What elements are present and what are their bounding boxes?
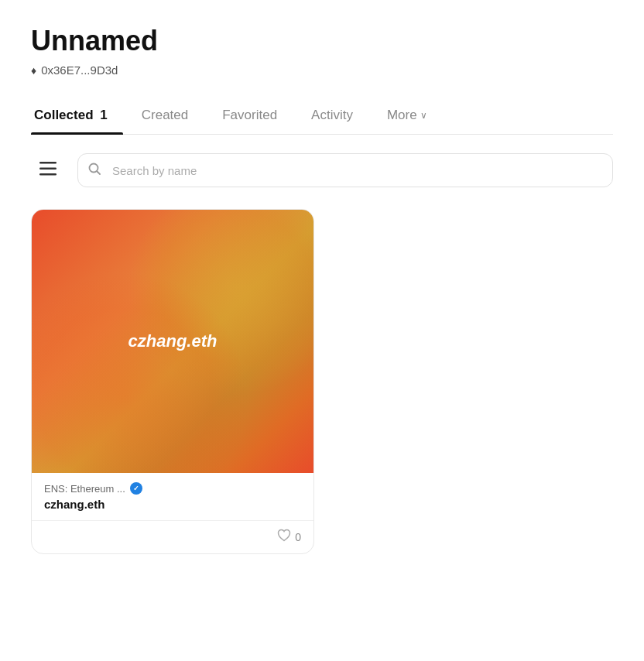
nft-token-name: czhang.eth bbox=[44, 498, 301, 511]
nft-grid: czhang.eth ENS: Ethereum ... ✓ czhang.et… bbox=[31, 209, 613, 554]
nft-gradient-bg: czhang.eth bbox=[32, 210, 313, 473]
tab-collected[interactable]: Collected 1 bbox=[31, 98, 123, 134]
tab-activity-label: Activity bbox=[311, 108, 353, 122]
tabs-container: Collected 1 Created Favorited Activity M… bbox=[31, 98, 613, 135]
svg-point-3 bbox=[90, 164, 98, 173]
tab-created[interactable]: Created bbox=[139, 98, 204, 134]
tab-collected-badge: 1 bbox=[100, 108, 107, 123]
tab-favorited-label: Favorited bbox=[222, 108, 277, 122]
nft-info: ENS: Ethereum ... ✓ czhang.eth bbox=[32, 473, 313, 511]
search-container bbox=[77, 153, 613, 187]
heart-icon bbox=[277, 529, 291, 546]
svg-line-4 bbox=[98, 172, 101, 175]
search-icon bbox=[88, 163, 101, 178]
chevron-down-icon: ∨ bbox=[420, 110, 427, 121]
svg-rect-0 bbox=[39, 162, 57, 164]
like-button[interactable]: 0 bbox=[277, 529, 301, 546]
svg-rect-2 bbox=[39, 173, 57, 176]
wallet-address-row: ♦ 0x36E7...9D3d bbox=[31, 63, 613, 77]
search-input[interactable] bbox=[77, 153, 613, 187]
tab-more[interactable]: More ∨ bbox=[384, 98, 443, 134]
nft-collection: ENS: Ethereum ... ✓ bbox=[44, 482, 301, 495]
tab-favorited[interactable]: Favorited bbox=[219, 98, 293, 134]
verified-badge: ✓ bbox=[130, 482, 142, 495]
page-container: Unnamed ♦ 0x36E7...9D3d Collected 1 Crea… bbox=[0, 0, 644, 585]
tab-collected-label: Collected bbox=[34, 108, 94, 122]
toolbar-row bbox=[31, 153, 613, 187]
eth-icon: ♦ bbox=[31, 64, 36, 77]
tab-more-label: More bbox=[387, 108, 417, 123]
like-count: 0 bbox=[295, 531, 301, 543]
wallet-address-text: 0x36E7...9D3d bbox=[41, 63, 118, 77]
tab-created-label: Created bbox=[142, 108, 188, 122]
nft-collection-name: ENS: Ethereum ... bbox=[44, 483, 125, 495]
nft-card-footer: 0 bbox=[32, 520, 313, 553]
svg-rect-1 bbox=[39, 167, 57, 170]
tab-activity[interactable]: Activity bbox=[308, 98, 368, 134]
filter-button[interactable] bbox=[31, 153, 65, 187]
profile-title: Unnamed bbox=[31, 25, 613, 57]
nft-image-text: czhang.eth bbox=[128, 331, 218, 351]
nft-card[interactable]: czhang.eth ENS: Ethereum ... ✓ czhang.et… bbox=[31, 209, 314, 554]
filter-icon bbox=[39, 162, 57, 180]
nft-image-container: czhang.eth bbox=[32, 210, 313, 473]
